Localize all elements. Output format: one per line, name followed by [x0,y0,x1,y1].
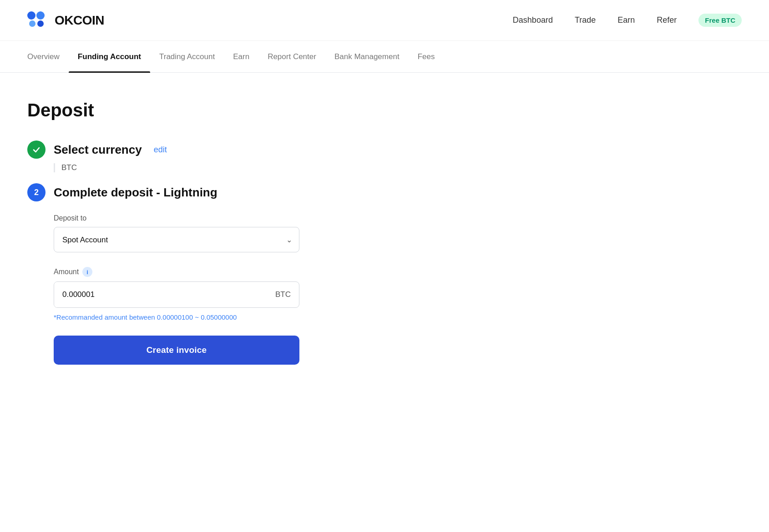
logo-text: OKCOIN [55,13,104,28]
logo-icon [27,11,50,30]
deposit-form: Deposit to Spot Account Trading Account … [27,214,382,365]
free-btc-badge[interactable]: Free BTC [698,14,742,27]
selected-currency: BTC [54,163,382,172]
top-nav-links: Dashboard Trade Earn Refer Free BTC [513,14,742,27]
deposit-to-wrapper: Spot Account Trading Account ⌄ [54,227,299,252]
subnav-funding-account[interactable]: Funding Account [69,41,150,73]
amount-wrapper: BTC [54,281,299,308]
subnav-bank-management[interactable]: Bank Management [325,41,409,73]
nav-link-dashboard[interactable]: Dashboard [513,15,553,25]
step1-indent: BTC [27,163,382,172]
edit-currency-link[interactable]: edit [154,145,167,155]
subnav-trading-account[interactable]: Trading Account [150,41,224,73]
amount-input[interactable] [54,282,267,307]
nav-link-trade[interactable]: Trade [575,15,596,25]
subnav-report-center[interactable]: Report Center [258,41,325,73]
amount-label: Amount i [54,267,382,277]
amount-input-row: BTC [54,281,299,308]
subnav-earn[interactable]: Earn [224,41,258,73]
step1-row: Select currency edit [27,141,382,159]
step1-title: Select currency [54,143,142,157]
step1-check-icon [27,141,46,159]
amount-hint: *Recommanded amount between 0.00000100 ~… [54,313,382,321]
step2-row: 2 Complete deposit - Lightning [27,183,382,201]
deposit-to-select[interactable]: Spot Account Trading Account [54,227,299,252]
nav-link-earn[interactable]: Earn [617,15,635,25]
step2-number-icon: 2 [27,183,46,201]
subnav-overview[interactable]: Overview [27,41,69,73]
subnav-fees[interactable]: Fees [409,41,444,73]
main-content: Deposit Select currency edit BTC 2 Compl… [0,73,410,392]
sub-nav: Overview Funding Account Trading Account… [0,41,769,73]
logo[interactable]: OKCOIN [27,11,104,30]
nav-link-refer[interactable]: Refer [657,15,677,25]
amount-currency-label: BTC [267,290,299,299]
step2-title: Complete deposit - Lightning [54,186,218,200]
deposit-to-label: Deposit to [54,214,382,222]
page-title: Deposit [27,100,382,120]
top-nav: OKCOIN Dashboard Trade Earn Refer Free B… [0,0,769,41]
create-invoice-button[interactable]: Create invoice [54,336,299,365]
amount-info-icon[interactable]: i [82,267,92,277]
